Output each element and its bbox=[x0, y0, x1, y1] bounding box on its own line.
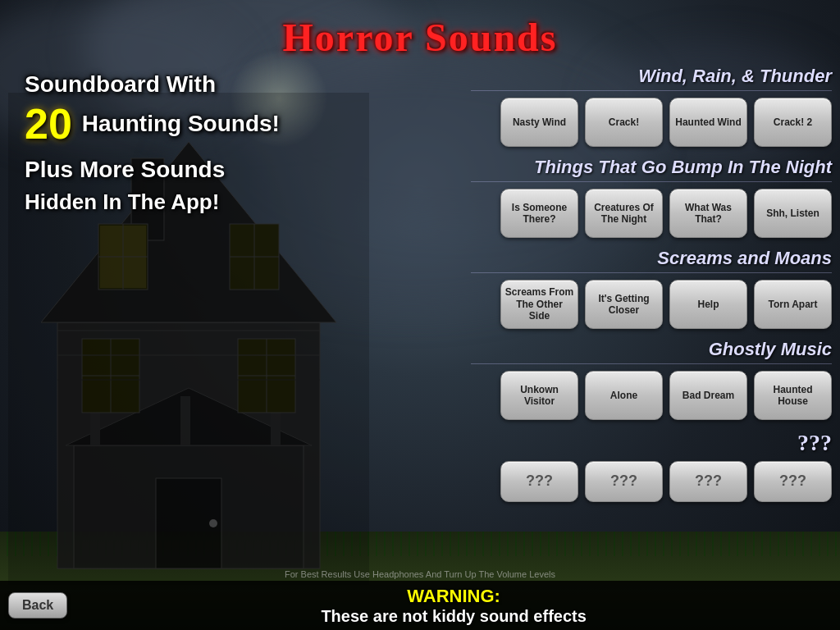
sound-hidden-2[interactable]: ??? bbox=[585, 461, 663, 502]
sound-hidden-3[interactable]: ??? bbox=[669, 461, 747, 502]
wind-sound-row: Nasty Wind Crack! Haunted Wind Crack! 2 bbox=[471, 98, 832, 147]
screams-sound-row: Screams From The Other Side It's Getting… bbox=[471, 280, 832, 329]
section-wind: Wind, Rain, & Thunder Nasty Wind Crack! … bbox=[471, 66, 832, 147]
sound-creatures-night[interactable]: Creatures Of The Night bbox=[585, 189, 663, 238]
sound-crack[interactable]: Crack! bbox=[585, 98, 663, 147]
sound-nasty-wind[interactable]: Nasty Wind bbox=[500, 98, 578, 147]
section-ghostly-title: Ghostly Music bbox=[471, 339, 832, 364]
app-title: Horror Sounds bbox=[0, 15, 840, 60]
section-hidden-title: ??? bbox=[471, 430, 832, 456]
sound-its-getting-closer[interactable]: It's Getting Closer bbox=[585, 280, 663, 329]
bottom-bar: Back WARNING: These are not kiddy sound … bbox=[0, 581, 840, 630]
warning-sub: These are not kiddy sound effects bbox=[321, 607, 586, 625]
promo-block: Soundboard With 20 Haunting Sounds! Plus… bbox=[25, 70, 336, 215]
section-screams-title: Screams and Moans bbox=[471, 248, 832, 273]
sound-help[interactable]: Help bbox=[669, 280, 747, 329]
sound-is-someone-there[interactable]: Is Someone There? bbox=[500, 189, 578, 238]
sound-bad-dream[interactable]: Bad Dream bbox=[669, 371, 747, 420]
sound-crack2[interactable]: Crack! 2 bbox=[754, 98, 832, 147]
sound-hidden-4[interactable]: ??? bbox=[754, 461, 832, 502]
hidden-sound-row: ??? ??? ??? ??? bbox=[471, 461, 832, 502]
sound-screams-other-side[interactable]: Screams From The Other Side bbox=[500, 280, 578, 329]
sound-haunted-wind[interactable]: Haunted Wind bbox=[669, 98, 747, 147]
bump-sound-row: Is Someone There? Creatures Of The Night… bbox=[471, 189, 832, 238]
promo-line3: Hidden In The App! bbox=[25, 189, 336, 215]
warning-label: WARNING: bbox=[67, 586, 840, 607]
promo-line1: Soundboard With bbox=[25, 70, 336, 99]
promo-line2: Plus More Sounds bbox=[25, 157, 336, 183]
sound-shh-listen[interactable]: Shh, Listen bbox=[754, 189, 832, 238]
back-button[interactable]: Back bbox=[8, 592, 67, 619]
sound-alone[interactable]: Alone bbox=[585, 371, 663, 420]
section-bump: Things That Go Bump In The Night Is Some… bbox=[471, 157, 832, 238]
sound-panel: Wind, Rain, & Thunder Nasty Wind Crack! … bbox=[471, 66, 832, 512]
sound-what-was-that[interactable]: What Was That? bbox=[669, 189, 747, 238]
warning-block: WARNING: These are not kiddy sound effec… bbox=[67, 586, 840, 626]
section-screams: Screams and Moans Screams From The Other… bbox=[471, 248, 832, 329]
sound-hidden-1[interactable]: ??? bbox=[500, 461, 578, 502]
footer-note: For Best Results Use Headphones And Turn… bbox=[0, 569, 840, 579]
sound-haunted-house[interactable]: Haunted House bbox=[754, 371, 832, 420]
promo-haunting: Haunting Sounds! bbox=[82, 109, 280, 139]
ghostly-sound-row: Unkown Visitor Alone Bad Dream Haunted H… bbox=[471, 371, 832, 420]
section-hidden: ??? ??? ??? ??? ??? bbox=[471, 430, 832, 502]
section-wind-title: Wind, Rain, & Thunder bbox=[471, 66, 832, 91]
section-bump-title: Things That Go Bump In The Night bbox=[471, 157, 832, 182]
promo-number: 20 bbox=[25, 99, 72, 148]
section-ghostly: Ghostly Music Unkown Visitor Alone Bad D… bbox=[471, 339, 832, 420]
sound-unknown-visitor[interactable]: Unkown Visitor bbox=[500, 371, 578, 420]
sound-torn-apart[interactable]: Torn Apart bbox=[754, 280, 832, 329]
